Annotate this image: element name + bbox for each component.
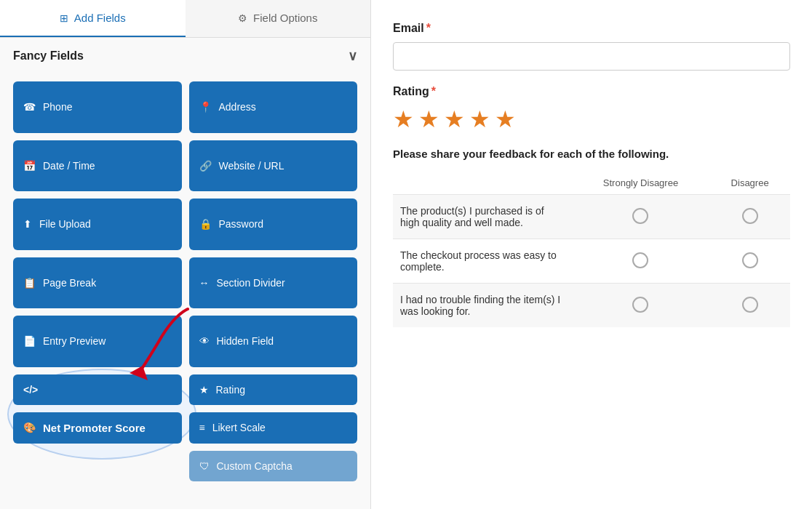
statement-1: The product(s) I purchased is of high qu… xyxy=(393,195,572,239)
radio-row2-col1[interactable] xyxy=(572,239,710,284)
left-panel: ⊞ Add Fields ⚙ Field Options Fancy Field… xyxy=(0,0,371,509)
feedback-label: Please share your feedback for each of t… xyxy=(393,148,790,160)
radio-circle[interactable] xyxy=(742,208,758,224)
radio-circle[interactable] xyxy=(632,252,648,268)
star-3: ★ xyxy=(444,105,465,133)
likert-scale-button[interactable]: ≡ Likert Scale xyxy=(189,412,358,444)
radio-circle[interactable] xyxy=(632,297,648,313)
file-upload-button[interactable]: ⬆ File Upload xyxy=(13,199,182,250)
phone-button[interactable]: ☎ Phone xyxy=(13,81,182,133)
tabs-bar: ⊞ Add Fields ⚙ Field Options xyxy=(0,0,370,38)
field-options-icon: ⚙ xyxy=(238,12,247,24)
likert-icon: ≡ xyxy=(199,422,205,433)
fancy-fields-header[interactable]: Fancy Fields ∨ xyxy=(0,38,370,74)
entry-preview-icon: 📄 xyxy=(23,335,36,347)
password-button[interactable]: 🔒 Password xyxy=(189,199,358,250)
fancy-fields-title: Fancy Fields xyxy=(13,49,84,63)
address-icon: 📍 xyxy=(199,101,212,113)
col-disagree-header: Disagree xyxy=(709,172,790,195)
chevron-down-icon: ∨ xyxy=(348,48,357,64)
radio-row3-col1[interactable] xyxy=(572,284,710,328)
website-icon: 🔗 xyxy=(199,160,212,172)
radio-circle[interactable] xyxy=(742,252,758,268)
table-row: I had no trouble finding the item(s) I w… xyxy=(393,284,790,328)
date-time-icon: 📅 xyxy=(23,160,36,172)
section-divider-button[interactable]: ↔ Section Divider xyxy=(189,257,358,309)
right-panel: Email* Rating* ★ ★ ★ ★ ★ Please share yo… xyxy=(371,0,812,509)
captcha-icon: 🛡 xyxy=(199,460,210,472)
radio-row3-col2[interactable] xyxy=(709,284,790,328)
rating-icon: ★ xyxy=(199,384,209,396)
add-fields-icon: ⊞ xyxy=(60,12,68,24)
rating-label: Rating* xyxy=(393,85,790,98)
address-button[interactable]: 📍 Address xyxy=(189,81,358,133)
star-4: ★ xyxy=(469,105,490,133)
phone-icon: ☎ xyxy=(23,101,36,113)
add-fields-label: Add Fields xyxy=(74,12,126,24)
field-options-label: Field Options xyxy=(253,12,317,24)
col-statement-header xyxy=(393,172,572,195)
statement-2: The checkout process was easy to complet… xyxy=(393,239,572,284)
date-time-button[interactable]: 📅 Date / Time xyxy=(13,140,182,192)
col-strongly-disagree-header: Strongly Disagree xyxy=(572,172,710,195)
table-row: The checkout process was easy to complet… xyxy=(393,239,790,284)
nps-icon: 🎨 xyxy=(23,422,36,433)
likert-table: Strongly Disagree Disagree The product(s… xyxy=(393,172,790,327)
radio-circle[interactable] xyxy=(632,208,648,224)
net-promoter-score-button[interactable]: 🎨 Net Promoter Score xyxy=(13,412,182,444)
email-input[interactable] xyxy=(393,42,790,71)
radio-row2-col2[interactable] xyxy=(709,239,790,284)
radio-row1-col1[interactable] xyxy=(572,195,710,239)
section-divider-icon: ↔ xyxy=(199,277,210,289)
code-button[interactable]: </> xyxy=(13,374,182,405)
star-1: ★ xyxy=(393,105,414,133)
table-row: The product(s) I purchased is of high qu… xyxy=(393,195,790,239)
fields-grid: ☎ Phone 📍 Address 📅 Date / Time 🔗 Websit… xyxy=(0,74,370,509)
tab-add-fields[interactable]: ⊞ Add Fields xyxy=(0,0,186,37)
code-icon: </> xyxy=(23,384,38,396)
statement-3: I had no trouble finding the item(s) I w… xyxy=(393,284,572,328)
custom-captcha-button[interactable]: 🛡 Custom Captcha xyxy=(189,451,358,481)
tab-field-options[interactable]: ⚙ Field Options xyxy=(186,0,371,37)
page-break-icon: 📋 xyxy=(23,277,36,289)
website-url-button[interactable]: 🔗 Website / URL xyxy=(189,140,358,192)
rating-button[interactable]: ★ Rating xyxy=(189,374,358,405)
entry-preview-button[interactable]: 📄 Entry Preview xyxy=(13,316,182,367)
star-2: ★ xyxy=(418,105,439,133)
file-upload-icon: ⬆ xyxy=(23,218,32,230)
hidden-field-icon: 👁 xyxy=(199,335,210,347)
email-required-star: * xyxy=(426,22,431,34)
star-5: ★ xyxy=(495,105,516,133)
radio-row1-col2[interactable] xyxy=(709,195,790,239)
radio-circle[interactable] xyxy=(742,297,758,313)
rating-required-star: * xyxy=(431,85,436,97)
page-break-button[interactable]: 📋 Page Break xyxy=(13,257,182,309)
password-icon: 🔒 xyxy=(199,218,212,230)
email-label: Email* xyxy=(393,22,790,35)
rating-stars: ★ ★ ★ ★ ★ xyxy=(393,105,790,133)
hidden-field-button[interactable]: 👁 Hidden Field xyxy=(189,316,358,367)
